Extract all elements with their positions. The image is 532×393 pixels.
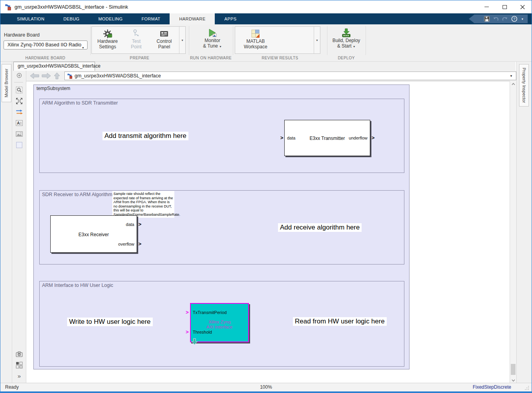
control-panel-icon <box>159 29 169 39</box>
model-canvas: tempSubsystem ARM Algorithm to SDR Trans… <box>26 81 510 384</box>
signal-routing-icon[interactable] <box>16 108 23 116</box>
section-separator <box>366 26 366 55</box>
control-panel-button[interactable]: Control Panel <box>149 27 179 53</box>
tab-hardware[interactable]: HARDWARE <box>170 13 215 24</box>
input-port-icon[interactable]: > <box>186 310 189 315</box>
svg-text:A: A <box>17 121 20 125</box>
test-point-button[interactable]: Test Point <box>123 27 149 53</box>
scrollbar-thumb[interactable] <box>511 364 516 375</box>
undo-icon[interactable] <box>493 16 499 22</box>
status-solver[interactable]: FixedStepDiscrete <box>473 384 511 390</box>
save-icon[interactable] <box>484 16 490 22</box>
resize-grip-icon[interactable] <box>525 386 529 390</box>
minimize-button[interactable] <box>477 0 495 13</box>
build-deploy-icon <box>341 28 351 38</box>
e3xx-receiver-block[interactable]: E3xx Receiver data overflow > > <box>50 215 137 253</box>
property-inspector-tab[interactable]: Property Inspector <box>519 64 529 107</box>
hardware-toolstrip: Hardware Board Xilinx Zynq-7000 Based II… <box>0 24 532 62</box>
canvas-palette: A » <box>12 71 26 383</box>
breadcrumb-bar: gm_usrpe3xxHWSWADSBSL_interface ▼ <box>12 71 516 81</box>
input-port-icon[interactable]: > <box>186 329 189 334</box>
section-separator <box>90 26 91 55</box>
note-read-hw[interactable]: Read from HW user logic here <box>293 317 387 326</box>
right-panel-strip: Property Inspector <box>516 62 532 383</box>
axi-block-label: Xilinx Zynq AXI Interface <box>191 320 248 330</box>
area-title: SDR Receiver to ARM Algorithm <box>42 192 112 197</box>
review-results-gallery: MATLAB Workspace ▼ <box>235 26 320 54</box>
arrow-down-badge-icon <box>192 338 197 345</box>
fit-to-view-icon[interactable] <box>16 97 23 105</box>
e3xx-transmitter-block[interactable]: E3xx Transmitter data underflow > > <box>284 120 370 156</box>
close-button[interactable] <box>514 0 532 13</box>
double-chevron-icon[interactable]: » <box>16 373 23 380</box>
zoom-region-icon[interactable] <box>16 86 23 94</box>
maximize-icon <box>503 5 507 9</box>
section-separator <box>327 26 327 55</box>
quick-access-caret-icon[interactable]: ▼ <box>521 18 524 20</box>
review-results-gallery-caret[interactable]: ▼ <box>314 27 320 53</box>
chevron-down-icon: ▼ <box>82 44 84 52</box>
output-port-icon[interactable]: > <box>138 241 141 246</box>
breadcrumb-model-name: gm_usrpe3xxHWSWADSBSL_interface <box>75 73 161 79</box>
prepare-gallery: Hardware Settings Test Point <box>91 26 186 54</box>
section-separator <box>233 26 233 55</box>
show-explorer-icon[interactable] <box>16 72 22 79</box>
breadcrumb[interactable]: gm_usrpe3xxHWSWADSBSL_interface ▼ <box>64 72 516 80</box>
tab-simulation[interactable]: SIMULATION <box>7 13 54 24</box>
hardware-board-dropdown[interactable]: Xilinx Zynq-7000 Based IIO Radio ▼ <box>4 40 88 50</box>
window-title: gm_usrpe3xxHWSWADSBSL_interface - Simuli… <box>15 4 128 10</box>
tab-apps[interactable]: APPS <box>215 13 246 24</box>
image-icon[interactable] <box>16 130 23 138</box>
sample-rate-annotation[interactable]: Sample rate should reflect the expected … <box>112 191 174 218</box>
up-icon[interactable] <box>53 72 61 79</box>
note-write-hw[interactable]: Write to HW user logic here <box>67 318 153 326</box>
svg-text:?: ? <box>513 17 515 21</box>
model-browser-tab[interactable]: Model Browser <box>2 64 11 102</box>
gear-chip-icon <box>102 29 113 39</box>
note-receive[interactable]: Add receive algorithm here <box>278 223 362 232</box>
monitor-tune-play-icon <box>207 28 218 38</box>
simulink-window: gm_usrpe3xxHWSWADSBSL_interface - Simuli… <box>0 0 532 393</box>
port-label-threshold: Threshold <box>193 330 212 334</box>
minimize-icon <box>484 7 489 7</box>
simulink-logo-icon <box>4 4 11 11</box>
canvas-vertical-scrollbar[interactable] <box>510 81 516 384</box>
section-label-review-results: REVIEW RESULTS <box>233 56 327 60</box>
model-tab[interactable]: gm_usrpe3xxHWSWADSBSL_interface <box>13 62 95 71</box>
redo-icon[interactable] <box>502 16 508 22</box>
tab-format[interactable]: FORMAT <box>132 13 170 24</box>
tab-debug[interactable]: DEBUG <box>54 13 89 24</box>
ribbon-tab-bar: SIMULATION DEBUG MODELING FORMAT HARDWAR… <box>0 13 532 24</box>
forward-icon[interactable] <box>41 72 51 79</box>
subsystem-icon[interactable] <box>16 362 23 369</box>
area-box-icon[interactable] <box>16 141 23 149</box>
monitor-tune-button[interactable]: Monitor & Tune▼ <box>196 26 229 49</box>
build-deploy-start-button[interactable]: Build, Deploy & Start▼ <box>329 26 364 49</box>
scroll-up-button[interactable] <box>510 81 516 87</box>
section-label-run-on-hardware: RUN ON HARDWARE <box>189 56 233 60</box>
status-zoom-level: 100% <box>260 384 272 390</box>
xilinx-zynq-axi-interface-block[interactable]: Xilinx Zynq AXI Interface TxTransmitPeri… <box>190 303 249 342</box>
maximize-button[interactable] <box>495 0 514 13</box>
help-icon[interactable]: ? <box>511 16 517 22</box>
matlab-workspace-button[interactable]: MATLAB Workspace <box>235 27 276 53</box>
back-icon[interactable] <box>29 72 40 79</box>
left-panel-strip: Model Browser <box>0 62 12 383</box>
simulink-file-icon <box>67 73 73 79</box>
matlab-workspace-icon <box>250 29 261 39</box>
hardware-settings-button[interactable]: Hardware Settings <box>92 27 123 53</box>
breadcrumb-caret-icon[interactable]: ▼ <box>510 74 513 78</box>
annotation-icon[interactable]: A <box>16 119 23 127</box>
section-label-hardware-board: HARDWARE BOARD <box>0 56 90 60</box>
prepare-gallery-caret[interactable]: ▼ <box>179 27 185 53</box>
tab-modeling[interactable]: MODELING <box>89 13 132 24</box>
section-separator <box>189 26 189 55</box>
output-port-icon[interactable]: > <box>371 135 375 140</box>
chevron-down-icon <box>512 379 515 382</box>
input-port-icon[interactable]: > <box>280 135 283 140</box>
output-port-icon[interactable]: > <box>138 222 141 227</box>
port-label-data: data <box>126 222 134 227</box>
camera-icon[interactable] <box>16 351 23 358</box>
note-transmit[interactable]: Add transmit algorithm here <box>102 132 188 140</box>
area-title: ARM Interface to HW User Logic <box>42 283 113 288</box>
